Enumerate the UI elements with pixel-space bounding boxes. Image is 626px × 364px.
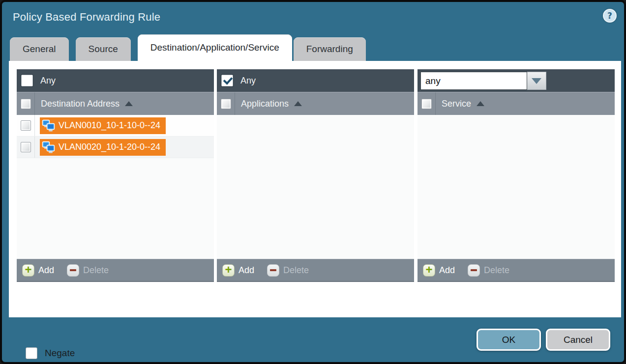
- destination-any-checkbox[interactable]: [21, 75, 33, 86]
- applications-any-label: Any: [240, 76, 256, 86]
- destination-delete-button[interactable]: Delete: [67, 264, 109, 277]
- add-icon: [423, 264, 435, 277]
- service-dropdown-bar: any: [417, 69, 615, 92]
- tab-source[interactable]: Source: [76, 37, 131, 61]
- tab-forwarding[interactable]: Forwarding: [294, 37, 366, 61]
- destination-row-vlan0020[interactable]: VLAN0020_10-1-20-0--24: [17, 137, 214, 158]
- delete-label: Delete: [83, 265, 109, 276]
- destination-add-button[interactable]: Add: [22, 264, 54, 277]
- ok-button[interactable]: OK: [477, 329, 541, 351]
- applications-any-checkbox[interactable]: [221, 75, 233, 86]
- delete-icon: [67, 264, 79, 277]
- destination-row-vlan0010[interactable]: VLAN0010_10-1-10-0--24: [17, 115, 214, 137]
- service-dropdown-button[interactable]: [527, 72, 546, 90]
- delete-label: Delete: [283, 265, 309, 276]
- applications-footer: Add Delete: [217, 259, 414, 281]
- add-label: Add: [439, 265, 455, 276]
- destination-list: VLAN0010_10-1-10-0--24: [17, 115, 214, 259]
- applications-header-title[interactable]: Applications: [241, 99, 289, 109]
- address-object-label: VLAN0020_10-1-20-0--24: [59, 142, 160, 152]
- dialog-title: Policy Based Forwarding Rule: [13, 11, 160, 24]
- service-select-all-checkbox[interactable]: [421, 99, 432, 109]
- address-object-tag[interactable]: VLAN0020_10-1-20-0--24: [40, 139, 166, 156]
- service-list: [417, 115, 615, 259]
- row-checkbox-cell: [17, 115, 35, 136]
- applications-column: Any Applications Add Delete: [217, 69, 414, 282]
- destination-footer: Add Delete: [17, 259, 214, 281]
- cancel-button[interactable]: Cancel: [546, 329, 610, 351]
- tab-content-panel: Any Destination Address: [9, 61, 621, 317]
- destination-select-all-checkbox[interactable]: [21, 99, 31, 109]
- row-checkbox-cell: [17, 137, 35, 158]
- applications-header-checkbox-cell: [217, 92, 235, 115]
- address-object-label: VLAN0010_10-1-10-0--24: [59, 120, 160, 131]
- sort-ascending-icon[interactable]: [125, 101, 133, 106]
- applications-delete-button[interactable]: Delete: [267, 264, 309, 277]
- delete-icon: [468, 264, 480, 277]
- sort-ascending-icon[interactable]: [294, 101, 302, 106]
- service-dropdown[interactable]: any: [420, 72, 546, 90]
- service-header-checkbox-cell: [417, 92, 436, 115]
- add-label: Add: [38, 265, 54, 276]
- service-column-header: Service: [417, 92, 615, 115]
- service-footer: Add Delete: [417, 259, 615, 281]
- service-add-button[interactable]: Add: [423, 264, 455, 277]
- destination-any-bar: Any: [17, 69, 214, 92]
- address-object-icon: [42, 141, 55, 154]
- address-object-tag[interactable]: VLAN0010_10-1-10-0--24: [40, 117, 166, 134]
- negate-option: Negate: [26, 347, 75, 359]
- service-header-title[interactable]: Service: [442, 99, 471, 109]
- service-dropdown-value[interactable]: any: [420, 72, 527, 90]
- address-object-icon: [42, 119, 55, 132]
- tab-general[interactable]: General: [10, 37, 69, 61]
- destination-address-column: Any Destination Address: [17, 69, 214, 282]
- row-checkbox[interactable]: [21, 120, 31, 131]
- add-icon: [22, 264, 34, 277]
- applications-select-all-checkbox[interactable]: [221, 99, 231, 109]
- add-icon: [222, 264, 235, 277]
- add-label: Add: [238, 265, 254, 276]
- applications-column-header: Applications: [217, 92, 414, 115]
- tab-destination-application-service[interactable]: Destination/Application/Service: [138, 34, 292, 61]
- applications-add-button[interactable]: Add: [222, 264, 254, 277]
- negate-checkbox[interactable]: [26, 347, 37, 359]
- applications-list: [217, 115, 414, 259]
- chevron-down-icon: [532, 78, 541, 84]
- applications-any-bar: Any: [217, 69, 414, 92]
- delete-icon: [267, 264, 279, 277]
- delete-label: Delete: [484, 265, 509, 276]
- sort-ascending-icon[interactable]: [477, 101, 484, 106]
- destination-column-header: Destination Address: [17, 92, 214, 115]
- service-delete-button[interactable]: Delete: [468, 264, 509, 277]
- service-column: any Service Add: [417, 69, 615, 282]
- negate-label: Negate: [45, 348, 75, 359]
- tab-bar: General Source Destination/Application/S…: [10, 35, 366, 61]
- help-icon[interactable]: [603, 9, 617, 23]
- row-checkbox[interactable]: [21, 142, 31, 152]
- destination-any-label: Any: [40, 76, 56, 86]
- destination-header-title[interactable]: Destination Address: [41, 99, 119, 109]
- destination-header-checkbox-cell: [17, 92, 35, 115]
- policy-based-forwarding-dialog: Policy Based Forwarding Rule General Sou…: [0, 0, 626, 364]
